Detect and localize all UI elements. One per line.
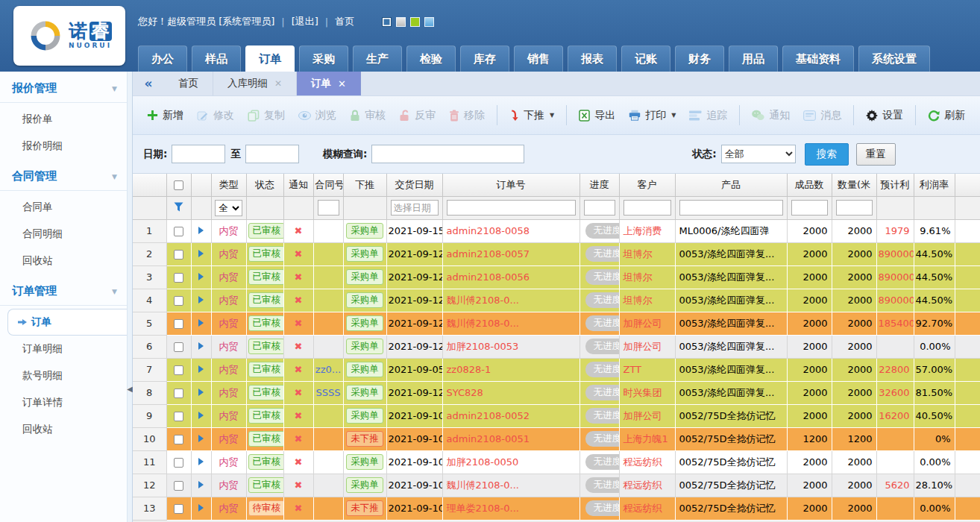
row-checkbox[interactable] <box>174 227 183 236</box>
sidebar-item-style-detail[interactable]: 款号明细 <box>0 362 132 389</box>
nav-tab-inspection[interactable]: 检验 <box>406 45 456 72</box>
order-no-cell[interactable]: admin2108-0056 <box>442 265 579 289</box>
row-checkbox-cell[interactable] <box>166 427 191 450</box>
type-filter-select[interactable]: 全 <box>215 200 242 216</box>
row-checkbox[interactable] <box>174 319 183 329</box>
theme-square-default-selected[interactable] <box>382 17 392 27</box>
column-header[interactable]: 进度 <box>579 174 619 196</box>
row-expand-cell[interactable] <box>191 312 211 335</box>
order-no-cell[interactable]: 魏川傅2108-0... <box>442 312 579 335</box>
row-checkbox-cell[interactable] <box>166 497 191 520</box>
column-header[interactable]: 下推 <box>343 174 386 196</box>
delivery-date-filter-input[interactable] <box>391 200 439 216</box>
nav-tab-system-settings[interactable]: 系统设置 <box>858 45 930 72</box>
row-checkbox[interactable] <box>174 273 183 283</box>
order-no-cell[interactable]: admin2108-0051 <box>442 427 579 450</box>
expand-arrow-icon[interactable] <box>198 389 204 396</box>
expand-arrow-icon[interactable] <box>198 481 204 488</box>
table-row[interactable]: 9内贸已审核✖采购单2021-09-10admin2108-0052无进度加胖公… <box>133 404 980 427</box>
order-no-cell[interactable]: admin2108-0057 <box>442 242 579 265</box>
order-no-cell[interactable]: 魏川傅2108-0... <box>442 474 579 497</box>
print-button[interactable]: 打印▼ <box>622 104 682 127</box>
order-no-cell[interactable]: 理单娄2108-0... <box>442 497 579 520</box>
nav-tab-order[interactable]: 订单 <box>245 45 295 72</box>
nav-tab-purchase[interactable]: 采购 <box>299 45 348 72</box>
filter-funnel-cell[interactable] <box>166 196 191 219</box>
column-filter-input[interactable] <box>318 200 339 216</box>
table-row[interactable]: 1内贸已审核✖采购单2021-09-15admin2108-0058无进度上海消… <box>133 219 980 242</box>
theme-square-blue[interactable] <box>424 17 434 27</box>
row-expand-cell[interactable] <box>191 450 211 474</box>
collapse-sidebar-icon[interactable]: « <box>133 72 164 95</box>
export-button[interactable]: 导出 <box>572 104 622 127</box>
table-row[interactable]: 8内贸已审核✖SSSS采购单2021-09-12SYC828无进度时兴集团005… <box>133 381 980 404</box>
status-select[interactable]: 全部 <box>721 145 796 163</box>
row-checkbox-cell[interactable] <box>166 289 191 312</box>
push-down-button[interactable]: 下推▼ <box>503 104 561 127</box>
expand-arrow-icon[interactable] <box>198 342 204 350</box>
open-tab-inbound-detail[interactable]: 入库明细✕ <box>213 72 297 95</box>
row-checkbox-cell[interactable] <box>166 450 191 474</box>
table-row[interactable]: 13内贸待审核✖未下推2021-09-10理单娄2108-0...无进度程远纺织… <box>133 497 980 520</box>
row-expand-cell[interactable] <box>191 497 211 520</box>
row-expand-cell[interactable] <box>191 289 211 312</box>
order-no-cell[interactable]: SYC828 <box>442 381 579 404</box>
nav-tab-finance[interactable]: 财务 <box>675 45 724 72</box>
sidebar-item-quote-detail[interactable]: 报价明细 <box>0 133 132 160</box>
row-expand-cell[interactable] <box>191 427 211 450</box>
row-checkbox[interactable] <box>174 342 183 352</box>
table-row[interactable]: 11内贸已审核✖采购单2021-09-10加胖2108-0050无进度程远纺织0… <box>133 450 980 474</box>
column-header[interactable]: 客户 <box>619 174 675 196</box>
row-checkbox-cell[interactable] <box>166 358 191 381</box>
expand-arrow-icon[interactable] <box>198 365 204 373</box>
table-row[interactable]: 5内贸已审核✖采购单2021-09-12魏川傅2108-0...无进度加胖公司0… <box>133 312 980 335</box>
sidebar-section-order-mgmt[interactable]: 订单管理▼ <box>0 274 129 306</box>
table-row[interactable]: 6内贸已审核✖采购单2021-09-12加胖2108-0053无进度加胖公司00… <box>133 335 980 358</box>
nav-tab-inventory[interactable]: 库存 <box>460 45 509 72</box>
expand-arrow-icon[interactable] <box>198 435 204 442</box>
expand-arrow-icon[interactable] <box>198 296 204 304</box>
table-row[interactable]: 12内贸已审核✖采购单2021-09-10魏川傅2108-0...无进度程远纺织… <box>133 474 980 497</box>
add-button[interactable]: 新增 <box>140 104 190 127</box>
column-filter-input[interactable] <box>836 200 873 216</box>
order-no-cell[interactable]: 魏川傅2108-0... <box>442 289 579 312</box>
sidebar-item-contract-recycle[interactable]: 回收站 <box>0 248 132 274</box>
column-header[interactable]: 类型 <box>211 174 246 196</box>
row-checkbox-cell[interactable] <box>166 404 191 427</box>
sidebar-item-order[interactable]: 订单 <box>7 309 132 336</box>
row-checkbox[interactable] <box>174 504 183 514</box>
column-header[interactable]: 成品数 <box>787 174 832 196</box>
home-link[interactable]: 首页 <box>335 15 354 28</box>
sidebar-section-quote-mgmt[interactable]: 报价管理▼ <box>0 72 129 103</box>
row-expand-cell[interactable] <box>191 265 211 289</box>
row-checkbox[interactable] <box>174 296 183 306</box>
row-checkbox[interactable] <box>174 365 183 375</box>
expand-arrow-icon[interactable] <box>198 273 204 280</box>
column-header[interactable]: 状态 <box>246 174 283 196</box>
table-row[interactable]: 4内贸已审核✖采购单2021-09-12魏川傅2108-0...无进度坦博尔00… <box>133 289 980 312</box>
row-checkbox[interactable] <box>174 250 183 260</box>
order-no-cell[interactable]: admin2108-0058 <box>442 219 579 242</box>
row-checkbox-cell[interactable] <box>166 242 191 265</box>
row-checkbox[interactable] <box>174 435 183 444</box>
table-row[interactable]: 2内贸已审核✖采购单2021-09-12admin2108-0057无进度坦博尔… <box>133 242 980 265</box>
row-checkbox-cell[interactable] <box>166 335 191 358</box>
column-filter-input[interactable] <box>584 200 615 216</box>
sidebar-item-contract-detail[interactable]: 合同明细 <box>0 221 132 248</box>
close-icon[interactable]: ✕ <box>274 78 282 89</box>
row-expand-cell[interactable] <box>191 219 211 242</box>
table-row[interactable]: 7内贸已审核✖zz0...采购单2021-09-05zz0828-1无进度ZTT… <box>133 358 980 381</box>
nav-tab-office[interactable]: 办公 <box>138 45 187 72</box>
expand-arrow-icon[interactable] <box>198 504 204 512</box>
column-filter-input[interactable] <box>791 200 828 216</box>
sidebar-item-quote[interactable]: 报价单 <box>0 106 132 133</box>
theme-square-green[interactable] <box>410 17 420 27</box>
column-filter-input[interactable] <box>679 200 783 216</box>
expand-arrow-icon[interactable] <box>198 250 204 257</box>
select-all-checkbox[interactable] <box>174 180 183 190</box>
column-header[interactable]: 利润率 <box>914 174 955 196</box>
row-checkbox[interactable] <box>174 412 183 421</box>
row-expand-cell[interactable] <box>191 335 211 358</box>
expand-arrow-icon[interactable] <box>198 412 204 419</box>
row-checkbox[interactable] <box>174 458 183 468</box>
